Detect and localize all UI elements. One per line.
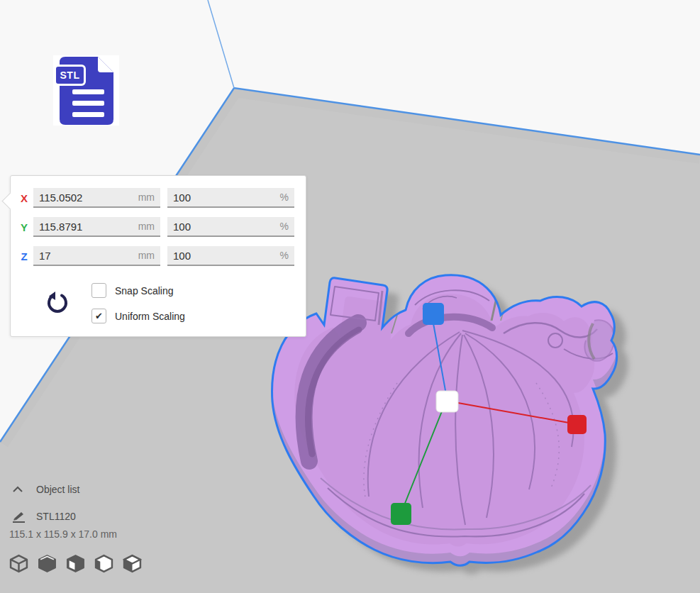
scale-y-mm-value[interactable]: 115.8791 <box>39 221 82 233</box>
scale-tool-panel: X 115.0502 mm 100 % Y 115.8791 mm 100 % … <box>10 175 306 337</box>
reset-scale-button[interactable] <box>45 291 70 316</box>
object-list-item[interactable]: STL1120 <box>9 509 179 524</box>
object-list-panel: Object list STL1120 115.1 x 115.9 x 17.0… <box>9 482 179 573</box>
scale-z-mm-input[interactable]: 17 mm <box>33 246 160 266</box>
scale-z-percent-input[interactable]: 100 % <box>167 246 294 266</box>
snap-scaling-checkbox[interactable] <box>91 283 106 298</box>
scale-z-percent-value[interactable]: 100 <box>173 250 191 262</box>
view-front-icon <box>38 554 57 573</box>
view-3d-icon <box>9 554 28 573</box>
scale-y-percent-value[interactable]: 100 <box>173 221 191 233</box>
view-top-icon <box>66 554 85 573</box>
scale-x-mm-value[interactable]: 115.0502 <box>39 192 82 204</box>
scale-y-percent-unit: % <box>280 221 289 232</box>
scale-z-percent-unit: % <box>280 250 289 261</box>
uniform-scaling-checkbox[interactable]: ✔ <box>91 309 106 323</box>
checkbox-check-icon: ✔ <box>95 311 103 321</box>
scale-x-mm-input[interactable]: 115.0502 mm <box>33 188 160 208</box>
scale-x-percent-input[interactable]: 100 % <box>167 188 294 208</box>
scale-handle-center[interactable] <box>436 391 458 412</box>
view-front-button[interactable] <box>38 554 57 573</box>
view-3d-button[interactable] <box>9 554 28 573</box>
axis-x-label: X <box>17 188 31 209</box>
scale-x-percent-value[interactable]: 100 <box>173 192 191 204</box>
scale-z-mm-value[interactable]: 17 <box>39 250 51 262</box>
snap-scaling-label: Snap Scaling <box>115 285 174 296</box>
rotate-ccw-icon <box>45 291 70 316</box>
uniform-scaling-option: ✔ Uniform Scaling <box>91 309 185 323</box>
axis-y-label: Y <box>17 217 31 238</box>
stl-file-badge: STL <box>53 55 119 126</box>
build-volume-edge <box>208 0 234 88</box>
camera-view-toolbar <box>9 554 179 573</box>
view-left-icon <box>94 554 113 573</box>
scale-y-mm-input[interactable]: 115.8791 mm <box>33 217 160 237</box>
stl-badge-label: STL <box>54 65 86 86</box>
snap-scaling-option: Snap Scaling <box>91 283 174 298</box>
scale-handle-z[interactable] <box>423 303 444 325</box>
scale-z-mm-unit: mm <box>138 250 155 261</box>
view-right-button[interactable] <box>123 554 142 573</box>
chevron-up-icon <box>9 486 30 493</box>
scale-x-mm-unit: mm <box>138 192 155 203</box>
cura-viewport-window: STL X 115.0502 mm 100 % Y 115.8791 mm 10… <box>0 0 700 593</box>
scale-handle-y[interactable] <box>391 503 411 525</box>
scale-y-percent-input[interactable]: 100 % <box>167 217 294 237</box>
view-right-icon <box>123 554 142 573</box>
object-item-name: STL1120 <box>36 511 76 522</box>
object-list-title: Object list <box>36 484 79 495</box>
scale-x-percent-unit: % <box>280 192 289 203</box>
object-dimensions: 115.1 x 115.9 x 17.0 mm <box>9 528 179 540</box>
scale-handle-x[interactable] <box>567 415 587 434</box>
axis-z-label: Z <box>17 246 31 267</box>
view-top-button[interactable] <box>66 554 85 573</box>
scale-y-mm-unit: mm <box>138 221 155 232</box>
uniform-scaling-label: Uniform Scaling <box>115 311 185 322</box>
pencil-icon <box>9 510 30 523</box>
object-list-header[interactable]: Object list <box>9 482 179 497</box>
view-left-button[interactable] <box>94 554 113 573</box>
